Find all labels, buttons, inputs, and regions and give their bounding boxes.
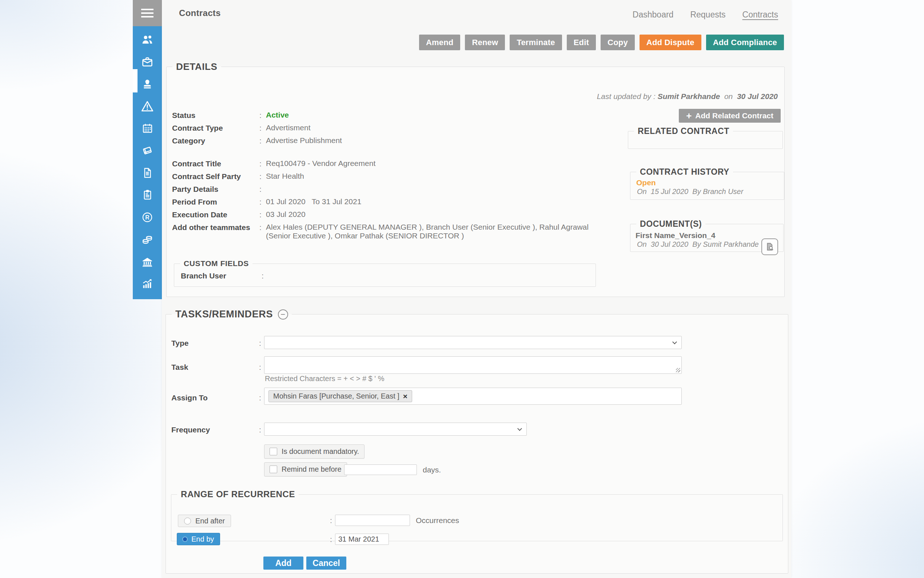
type-label: Type [172, 339, 188, 347]
tasks-reminders-section: TASKS/REMINDERS − Type : Task : Restrict… [165, 308, 788, 574]
nav-dashboard[interactable]: Dashboard [633, 10, 674, 19]
assignee-chip: Mohsin Faras [Purchase, Senior, East ] × [269, 390, 412, 402]
sidebar-item-users[interactable] [133, 28, 162, 50]
sidebar-item-calendar[interactable] [133, 117, 162, 140]
add-compliance-button[interactable]: Add Compliance [706, 34, 784, 50]
days-label: days. [423, 466, 441, 474]
remind-days-input[interactable] [344, 464, 417, 475]
custom-field-row: Branch User : [181, 271, 596, 280]
last-updated-text: Last updated by : Sumit Parkhande on 30 … [597, 92, 778, 101]
plus-icon: + [686, 111, 691, 120]
details-fields: Status:Active Contract Type:Advertisment… [172, 109, 614, 240]
details-legend: DETAILS [172, 61, 221, 72]
sidebar-item-registered[interactable]: R [133, 206, 162, 228]
calendar-icon [141, 122, 154, 135]
document-icon [141, 166, 154, 179]
cancel-button[interactable]: Cancel [306, 557, 346, 570]
sidebar-item-report[interactable] [133, 184, 162, 206]
end-after-radio-button[interactable]: End after [178, 515, 231, 527]
task-textarea[interactable] [264, 356, 682, 374]
sidebar-item-disputes[interactable] [133, 95, 162, 117]
chevron-down-icon [517, 426, 522, 431]
related-contract-section: RELATED CONTRACT [628, 126, 783, 149]
sidebar-active-indicator [133, 69, 138, 93]
sidebar-item-chart[interactable] [133, 273, 162, 295]
document-preview-button[interactable] [761, 239, 778, 255]
documents-section: DOCUMENT(S) First Name_Version_4 On 30 J… [630, 219, 783, 252]
top-nav: Dashboard Requests Contracts [633, 10, 778, 19]
field-row-contract-self-party: Contract Self Party:Star Health [172, 170, 614, 183]
briefcase-icon [141, 55, 154, 69]
add-button[interactable]: Add [264, 557, 303, 570]
radio-icon [184, 518, 191, 524]
custom-fields-section: CUSTOM FIELDS Branch User : [174, 259, 596, 287]
add-dispute-button[interactable]: Add Dispute [639, 34, 701, 50]
amend-button[interactable]: Amend [419, 34, 461, 50]
terminate-button[interactable]: Terminate [510, 34, 562, 50]
nav-requests[interactable]: Requests [690, 10, 725, 19]
restricted-characters-note: Restricted Characters = + < > # $ ' % [265, 375, 384, 383]
book-icon [141, 144, 154, 157]
warning-triangle-icon [140, 99, 155, 114]
tasks-reminders-legend: TASKS/REMINDERS − [172, 308, 292, 320]
form-actions: Add Cancel [264, 557, 346, 570]
history-status-open: Open [636, 179, 784, 187]
field-row-teammates: Add other teammates:Alex Hales (DEPUTY G… [172, 221, 614, 240]
details-section: DETAILS Last updated by : Sumit Parkhand… [166, 61, 785, 297]
occurrences-label: Occurrences [416, 516, 459, 525]
contract-history-legend: CONTRACT HISTORY [636, 167, 733, 177]
remove-assignee-icon[interactable]: × [403, 392, 408, 401]
end-by-date-input[interactable] [335, 534, 389, 545]
field-row-contract-title: Contract Title:Req100479 - Vendor Agreem… [172, 157, 614, 170]
report-icon [141, 188, 154, 201]
type-select[interactable] [264, 336, 682, 349]
radio-selected-icon [183, 537, 187, 541]
custom-fields-legend: CUSTOM FIELDS [180, 259, 252, 268]
chart-icon [141, 277, 154, 291]
sidebar-item-document[interactable] [133, 162, 162, 184]
history-detail-line: On 15 Jul 2020 By Branch User [637, 187, 784, 196]
users-icon [141, 33, 154, 47]
end-by-radio-button[interactable]: End by [177, 533, 220, 545]
document-preview-icon [765, 242, 775, 252]
field-row-execution-date: Execution Date:03 Jul 2020 [172, 208, 614, 221]
field-row-status: Status:Active [172, 109, 614, 122]
sidebar-icon-rail: R [133, 26, 162, 299]
page-title: Contracts [179, 8, 221, 18]
task-label: Task [172, 363, 188, 372]
is-document-mandatory-checkbox[interactable]: Is document mandatory. [264, 445, 364, 459]
edit-button[interactable]: Edit [567, 34, 596, 50]
hamburger-menu-button[interactable] [133, 0, 162, 26]
field-row-period-from: Period From:01 Jul 2020 To 31 Jul 2021 [172, 195, 614, 208]
registered-trademark-icon: R [141, 210, 154, 224]
remind-me-before-checkbox[interactable]: Remind me before [264, 462, 347, 476]
bank-icon [141, 255, 154, 269]
occurrences-input[interactable] [335, 515, 410, 526]
sidebar-item-book[interactable] [133, 140, 162, 162]
frequency-select[interactable] [264, 422, 527, 436]
status-value: Active [266, 109, 614, 119]
screen: R [0, 0, 924, 578]
checkbox-icon [270, 466, 277, 473]
related-contract-legend: RELATED CONTRACT [634, 126, 733, 136]
range-of-recurrence-legend: RANGE OF RECURRENCE [177, 489, 299, 499]
collapse-section-button[interactable]: − [278, 309, 288, 320]
copy-button[interactable]: Copy [600, 34, 635, 50]
renew-button[interactable]: Renew [465, 34, 505, 50]
assign-to-label: Assign To [172, 393, 208, 402]
contract-actions-toolbar: Amend Renew Terminate Edit Copy Add Disp… [419, 34, 784, 50]
range-of-recurrence-section: RANGE OF RECURRENCE End after : Occurren… [171, 489, 783, 541]
checkbox-icon [270, 448, 277, 455]
sidebar-item-bank[interactable] [133, 250, 162, 273]
field-row-contract-type: Contract Type:Advertisment [172, 122, 614, 134]
chevron-down-icon [672, 339, 677, 344]
sidebar-item-coins[interactable] [133, 228, 162, 250]
nav-contracts[interactable]: Contracts [743, 10, 778, 19]
textarea-resize-grip[interactable] [676, 368, 680, 372]
field-row-party-details: Party Details: [172, 183, 614, 195]
field-row-category: Category:Advertise Publishment [172, 134, 614, 147]
main-content: Contracts Dashboard Requests Contracts A… [162, 0, 791, 578]
documents-legend: DOCUMENT(S) [636, 219, 706, 229]
hamburger-icon [141, 9, 154, 18]
add-related-contract-button[interactable]: + Add Related Contract [679, 109, 781, 123]
